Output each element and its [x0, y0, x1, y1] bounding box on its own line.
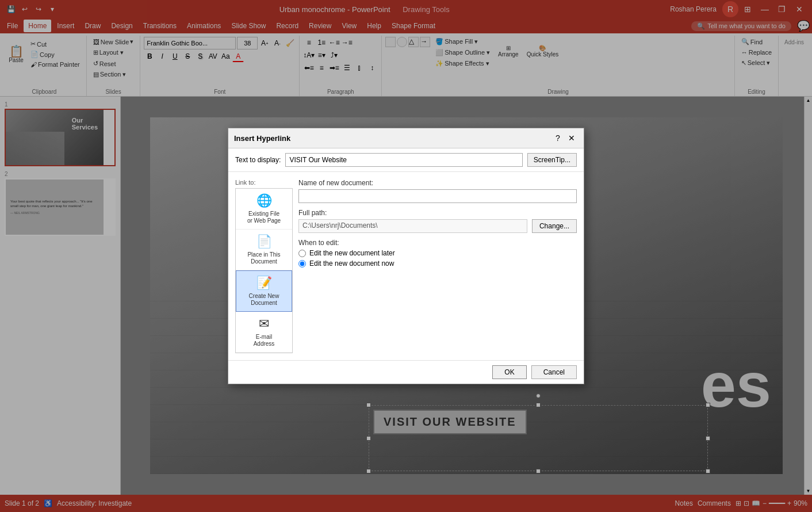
cancel-button[interactable]: Cancel: [531, 365, 577, 379]
text-to-display-label: Text to display:: [235, 156, 281, 164]
when-to-edit-row: When to edit: Edit the new document late…: [298, 239, 577, 268]
existing-file-item[interactable]: 🌐 Existing Fileor Web Page: [236, 189, 292, 230]
screentip-button[interactable]: ScreenTip...: [527, 153, 577, 167]
radio-edit-later[interactable]: [298, 250, 306, 257]
email-icon: ✉: [259, 316, 269, 331]
link-to-label: Link to:: [235, 179, 293, 186]
radio-edit-now-label[interactable]: Edit the new document now: [298, 259, 577, 268]
new-doc-name-input[interactable]: [298, 189, 577, 203]
email-label: E-mailAddress: [254, 334, 275, 347]
place-in-doc-icon: 📄: [256, 234, 272, 249]
dialog-title-buttons: ? ✕: [551, 132, 578, 144]
dialog-body: Link to: 🌐 Existing Fileor Web Page 📄 Pl…: [228, 172, 584, 360]
radio-group: Edit the new document later Edit the new…: [298, 249, 577, 268]
create-new-label: Create New Document: [239, 293, 289, 307]
full-path-row: Full path: C:\Users\nrj\Documents\ Chang…: [298, 209, 577, 233]
dialog-footer: OK Cancel: [228, 360, 584, 384]
create-new-document-item[interactable]: 📝 Create New Document: [236, 270, 292, 312]
existing-file-label: Existing Fileor Web Page: [247, 211, 281, 224]
dialog-overlay: Insert Hyperlink ? ✕ Text to display: Sc…: [0, 0, 812, 512]
link-type-list: 🌐 Existing Fileor Web Page 📄 Place in Th…: [235, 188, 293, 353]
dialog-form: Name of new document: Full path: C:\User…: [298, 179, 577, 353]
radio-edit-later-text: Edit the new document later: [309, 249, 395, 257]
new-doc-name-row: Name of new document:: [298, 179, 577, 203]
create-new-icon: 📝: [256, 276, 272, 291]
new-doc-name-label: Name of new document:: [298, 179, 577, 187]
insert-hyperlink-dialog: Insert Hyperlink ? ✕ Text to display: Sc…: [228, 128, 584, 384]
existing-file-icon: 🌐: [256, 193, 272, 208]
text-to-display-row: Text to display: ScreenTip...: [228, 148, 584, 172]
change-button[interactable]: Change...: [532, 219, 577, 233]
dialog-sidebar: Link to: 🌐 Existing Fileor Web Page 📄 Pl…: [235, 179, 293, 353]
radio-edit-now-text: Edit the new document now: [309, 259, 394, 268]
radio-edit-now[interactable]: [298, 260, 306, 268]
dialog-help-button[interactable]: ?: [551, 132, 564, 144]
full-path-value: C:\Users\nrj\Documents\: [298, 219, 527, 233]
text-to-display-input[interactable]: [285, 153, 522, 167]
ok-button[interactable]: OK: [492, 365, 526, 379]
when-to-edit-label: When to edit:: [298, 239, 577, 247]
radio-edit-later-label[interactable]: Edit the new document later: [298, 249, 577, 257]
email-address-item[interactable]: ✉ E-mailAddress: [236, 312, 292, 353]
dialog-title: Insert Hyperlink: [234, 134, 290, 143]
dialog-title-bar: Insert Hyperlink ? ✕: [228, 128, 584, 148]
full-path-label: Full path:: [298, 209, 577, 217]
dialog-close-button[interactable]: ✕: [565, 132, 578, 144]
path-container: C:\Users\nrj\Documents\ Change...: [298, 219, 577, 233]
place-in-doc-label: Place in ThisDocument: [247, 251, 280, 265]
place-in-document-item[interactable]: 📄 Place in ThisDocument: [236, 230, 292, 270]
